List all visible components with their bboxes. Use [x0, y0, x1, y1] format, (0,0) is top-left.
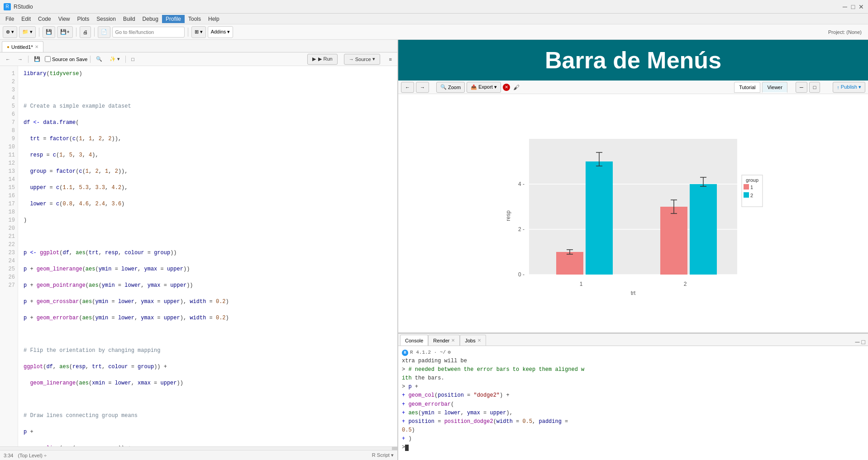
- jobs-tab[interactable]: Jobs ✕: [460, 335, 486, 346]
- bar-trt1-group2: [586, 161, 613, 275]
- maximize-button[interactable]: □: [850, 4, 856, 10]
- menu-plots[interactable]: Plots: [74, 15, 93, 23]
- console-tabs-left: Console Render ✕ Jobs ✕: [400, 335, 486, 346]
- run-label: ▶ Run: [318, 56, 332, 62]
- options-icon[interactable]: ⚙: [448, 349, 451, 357]
- x-axis-label: trt: [631, 290, 636, 296]
- layout-button[interactable]: □: [129, 54, 137, 64]
- addins-label: Addins ▾: [211, 29, 230, 35]
- menu-help[interactable]: Help: [205, 15, 223, 23]
- back-button[interactable]: ←: [3, 54, 13, 64]
- plot-toolbar-left: ← → 🔍 Zoom 📤 Export ▾ ✕ 🖌: [401, 82, 521, 93]
- et-separator-2: [90, 56, 91, 63]
- save-button[interactable]: 💾: [43, 26, 55, 38]
- source-on-save-input[interactable]: [45, 56, 51, 62]
- console-line-8: + position = position_dodge2(width = 0.5…: [402, 417, 864, 426]
- publish-button[interactable]: ↑ Publish ▾: [833, 82, 865, 93]
- script-type[interactable]: R Script ▾: [372, 452, 394, 458]
- addins-dropdown[interactable]: Addins ▾: [208, 26, 234, 38]
- console-cursor: [405, 445, 409, 451]
- menu-session[interactable]: Session: [93, 15, 119, 23]
- console-panel: Console Render ✕ Jobs ✕ ─ □: [398, 333, 868, 460]
- lines-button[interactable]: ≡: [386, 54, 395, 64]
- go-to-file-input[interactable]: [112, 27, 185, 38]
- bar-trt2-group1: [660, 207, 687, 275]
- console-line-10: + ): [402, 435, 864, 443]
- close-plot-button[interactable]: ✕: [503, 84, 510, 91]
- forward-button[interactable]: →: [15, 54, 25, 64]
- menu-debug[interactable]: Debug: [139, 15, 162, 23]
- window-controls[interactable]: ─ □ ✕: [842, 4, 864, 10]
- close-button[interactable]: ✕: [858, 4, 864, 10]
- console-tab[interactable]: Console: [400, 335, 428, 346]
- panel-maximize-button[interactable]: □: [809, 82, 820, 93]
- et-separator-3: [125, 56, 126, 63]
- save-all-button[interactable]: 💾+: [57, 26, 72, 38]
- wand-button[interactable]: ✨ ▾: [107, 54, 123, 64]
- menu-build[interactable]: Build: [119, 15, 139, 23]
- menu-file[interactable]: File: [2, 15, 18, 23]
- plot-panel: ← → 🔍 Zoom 📤 Export ▾ ✕ 🖌: [398, 81, 868, 333]
- new-file-button[interactable]: ⊕ ▾: [3, 26, 17, 38]
- source-label: Source: [355, 57, 371, 62]
- legend-color-2: [744, 192, 749, 198]
- console-line-6: + geom_errorbar(: [402, 400, 864, 409]
- brush-button[interactable]: 🖌: [512, 83, 521, 92]
- render-tab[interactable]: Render ✕: [428, 335, 460, 346]
- tab-label: Untitled1*: [11, 44, 33, 50]
- console-line-2: > # needed between the error bars to kee…: [402, 365, 864, 374]
- tutorial-tab-label: Tutorial: [739, 85, 755, 90]
- menu-code[interactable]: Code: [34, 15, 55, 23]
- source-button[interactable]: → Source ▾: [344, 54, 380, 65]
- export-label: Export ▾: [478, 84, 497, 90]
- menu-profile[interactable]: Profile: [162, 15, 185, 23]
- menu-edit[interactable]: Edit: [18, 15, 34, 23]
- export-button[interactable]: 📤 Export ▾: [467, 82, 501, 93]
- plot-forward-button[interactable]: →: [416, 82, 429, 93]
- bar-trt2-group2: [690, 184, 717, 275]
- x-tick-2: 2: [684, 281, 687, 287]
- jobs-close-icon[interactable]: ✕: [477, 338, 481, 343]
- run-button[interactable]: ▶ ▶ Run: [307, 54, 337, 65]
- source-on-save-checkbox[interactable]: Source on Save: [45, 56, 87, 62]
- open-file-button[interactable]: 📁 ▾: [19, 26, 36, 38]
- editor-tab-untitled1[interactable]: ● Untitled1* ✕: [2, 41, 43, 52]
- panel-minimize-button[interactable]: ─: [796, 82, 807, 93]
- zoom-button[interactable]: 🔍 Zoom: [436, 82, 465, 93]
- go-to-file-button[interactable]: 📄: [98, 26, 110, 38]
- console-content: R R 4.1.2 · ~/ ⚙ xtra padding will be > …: [398, 346, 868, 460]
- zoom-icon: 🔍: [440, 84, 447, 90]
- publish-icon: ↑: [837, 85, 839, 90]
- menu-view[interactable]: View: [55, 15, 74, 23]
- global-toolbar: ⊕ ▾ 📁 ▾ 💾 💾+ 🖨 📄 ⊞ ▾ Addins ▾ Project: (…: [0, 24, 868, 40]
- zoom-label: Zoom: [448, 85, 461, 90]
- right-panel: Barra de Menús ← → 🔍 Zoom 📤 Export ▾: [398, 40, 868, 460]
- minimize-button[interactable]: ─: [842, 4, 848, 10]
- viewer-tab-label: Viewer: [767, 85, 782, 90]
- menu-tools[interactable]: Tools: [185, 15, 205, 23]
- console-line-1: xtra padding will be: [402, 357, 864, 365]
- workspace-button[interactable]: ⊞ ▾: [191, 26, 206, 38]
- legend-label-2: 2: [750, 193, 753, 198]
- search-button[interactable]: 🔍: [93, 54, 105, 64]
- app-title: RStudio: [14, 4, 842, 10]
- code-editor[interactable]: 12345 678910 1112131415 1617181920 21222…: [0, 66, 397, 446]
- viewer-tab[interactable]: Viewer: [762, 82, 787, 93]
- y-tick-4: 4 -: [518, 181, 525, 187]
- render-tab-label: Render: [433, 338, 449, 343]
- source-arrow-icon: →: [349, 57, 354, 62]
- save-icon-button[interactable]: 💾: [31, 54, 43, 64]
- cursor-position: 3:34: [4, 453, 13, 458]
- plot-back-button[interactable]: ←: [401, 82, 414, 93]
- console-maximize-button[interactable]: □: [862, 338, 865, 346]
- tutorial-tab[interactable]: Tutorial: [734, 82, 760, 93]
- console-line-4: > p +: [402, 383, 864, 391]
- tab-close-icon[interactable]: ✕: [35, 44, 38, 49]
- console-minimize-button[interactable]: ─: [855, 338, 860, 346]
- code-text[interactable]: library(tidyverse) # Create a simple exa…: [18, 66, 397, 446]
- render-close-icon[interactable]: ✕: [451, 338, 455, 343]
- print-button[interactable]: 🖨: [80, 26, 91, 38]
- editor-scrollbar[interactable]: [0, 446, 397, 450]
- line-numbers: 12345 678910 1112131415 1617181920 21222…: [0, 66, 18, 446]
- y-tick-2: 2 -: [518, 226, 525, 232]
